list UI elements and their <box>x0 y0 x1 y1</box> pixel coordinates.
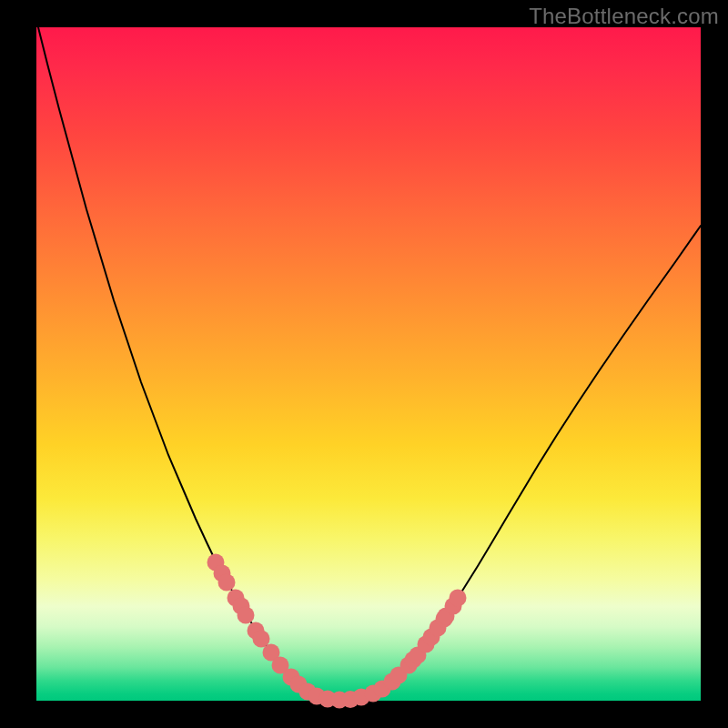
bottleneck-curve <box>38 27 701 700</box>
data-marker <box>450 590 467 607</box>
watermark-label: TheBottleneck.com <box>529 4 719 29</box>
plot-area <box>36 27 701 701</box>
data-marker <box>238 607 255 624</box>
chart-svg <box>36 27 701 701</box>
chart-frame: TheBottleneck.com <box>0 0 728 728</box>
marker-group <box>207 554 467 709</box>
data-marker <box>218 574 236 592</box>
